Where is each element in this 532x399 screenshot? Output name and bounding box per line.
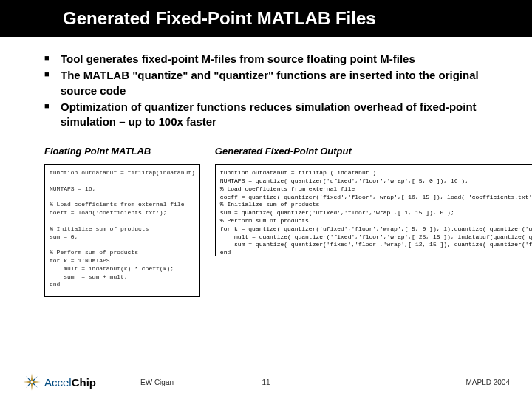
- bullet-item: The MATLAB "quantize" and "quantizer" fu…: [44, 68, 502, 98]
- left-code-box: function outdatabuf = fir11tap(indatabuf…: [44, 164, 200, 297]
- svg-marker-1: [31, 383, 33, 390]
- left-column: Floating Point MATLAB function outdatabu…: [44, 146, 200, 297]
- svg-marker-4: [33, 376, 38, 381]
- right-code-heading: Generated Fixed-Point Output: [215, 146, 532, 157]
- footer: AccelChip EW Cigan 11 MAPLD 2004: [0, 372, 532, 392]
- logo-accel: Accel: [44, 376, 72, 389]
- logo-chip: Chip: [72, 376, 96, 389]
- left-code-heading: Floating Point MATLAB: [44, 146, 200, 157]
- bullet-item: Optimization of quantizer functions redu…: [44, 100, 502, 130]
- code-columns: Floating Point MATLAB function outdatabu…: [44, 146, 502, 297]
- title-bar: Generated Fixed-Point MATLAB Files: [0, 0, 532, 37]
- slide-body: Tool generates fixed-point M-files from …: [0, 37, 532, 297]
- bullet-list: Tool generates fixed-point M-files from …: [44, 52, 502, 129]
- page-number: 11: [262, 378, 270, 386]
- star-icon: [22, 372, 41, 392]
- svg-marker-5: [26, 383, 31, 388]
- svg-marker-6: [26, 376, 31, 381]
- svg-marker-0: [31, 373, 33, 381]
- slide-title: Generated Fixed-Point MATLAB Files: [63, 8, 376, 29]
- bullet-item: Tool generates fixed-point M-files from …: [44, 52, 502, 66]
- conference-label: MAPLD 2004: [466, 378, 510, 386]
- logo-text: AccelChip: [44, 376, 96, 389]
- author-name: EW Cigan: [140, 378, 174, 386]
- svg-marker-2: [23, 381, 30, 383]
- svg-marker-7: [33, 383, 38, 388]
- right-code-box: function outdatabuf = fir11tap ( indatab…: [215, 164, 532, 256]
- accelchip-logo: AccelChip: [22, 372, 96, 392]
- right-column: Generated Fixed-Point Output function ou…: [215, 146, 532, 297]
- svg-marker-3: [33, 381, 40, 383]
